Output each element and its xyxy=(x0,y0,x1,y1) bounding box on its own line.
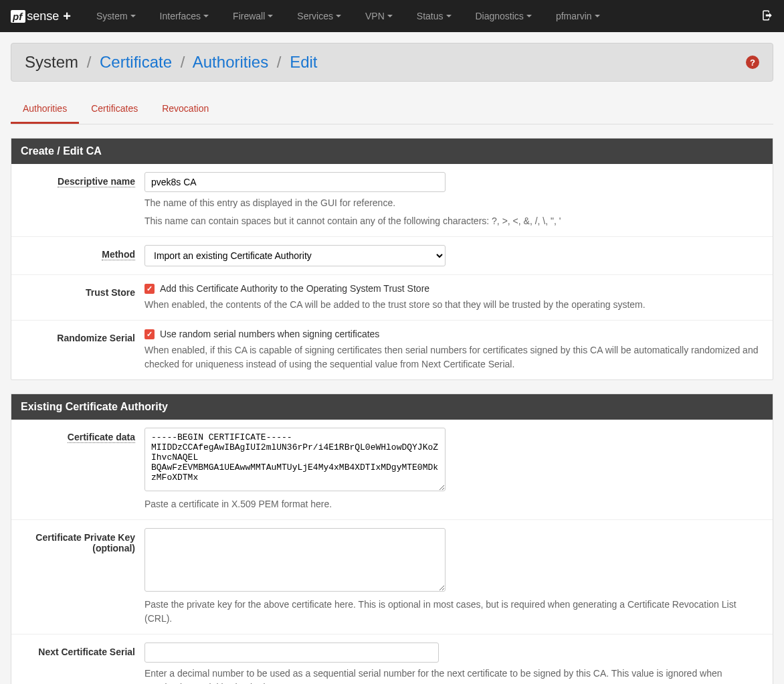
tab-revocation[interactable]: Revocation xyxy=(150,95,221,124)
logo-main: sense xyxy=(27,9,59,23)
logo-suffix: + xyxy=(63,9,71,24)
help-serial: Enter a decimal number to be used as a s… xyxy=(144,667,763,684)
tab-authorities[interactable]: Authorities xyxy=(11,95,79,124)
logo[interactable]: pf sense + xyxy=(11,9,71,24)
trust-store-checkbox[interactable]: ✓ xyxy=(144,284,155,294)
help-rand: When enabled, if this CA is capable of s… xyxy=(144,343,763,371)
tabs: Authorities Certificates Revocation xyxy=(11,95,773,124)
breadcrumb-edit[interactable]: Edit xyxy=(290,53,317,71)
top-navbar: pf sense + System Interfaces Firewall Se… xyxy=(0,0,784,32)
nav-item-user[interactable]: pfmarvin xyxy=(544,1,612,31)
nav-item-services[interactable]: Services xyxy=(285,1,353,31)
panel-header-existing: Existing Certificate Authority xyxy=(11,394,773,420)
help-trust: When enabled, the contents of the CA wil… xyxy=(144,298,763,312)
nav-item-status[interactable]: Status xyxy=(405,1,464,31)
randomize-serial-check-label: Use random serial numbers when signing c… xyxy=(160,329,379,339)
label-private-key: Certificate Private Key (optional) xyxy=(21,528,144,626)
help-icon[interactable]: ? xyxy=(746,56,759,69)
label-randomize-serial: Randomize Serial xyxy=(21,329,144,371)
breadcrumb-certificate[interactable]: Certificate xyxy=(100,53,172,71)
private-key-textarea[interactable] xyxy=(144,528,446,592)
chevron-down-icon xyxy=(130,15,136,17)
help-cert: Paste a certificate in X.509 PEM format … xyxy=(144,497,763,511)
panel-existing-ca: Existing Certificate Authority Certifica… xyxy=(11,394,773,684)
nav-item-system[interactable]: System xyxy=(84,1,148,31)
certificate-data-textarea[interactable]: -----BEGIN CERTIFICATE----- MIIDDzCCAfeg… xyxy=(144,428,446,491)
trust-store-check-label: Add this Certificate Authority to the Op… xyxy=(160,283,429,294)
label-next-serial: Next Certificate Serial xyxy=(21,643,144,684)
help-desc1: The name of this entry as displayed in t… xyxy=(144,196,763,210)
next-serial-input[interactable] xyxy=(144,643,439,663)
chevron-down-icon xyxy=(268,15,273,17)
panel-create-edit-ca: Create / Edit CA Descriptive name The na… xyxy=(11,138,773,380)
logo-prefix: pf xyxy=(11,10,25,23)
label-method: Method xyxy=(21,245,144,266)
breadcrumb-authorities[interactable]: Authorities xyxy=(193,53,268,71)
chevron-down-icon xyxy=(526,15,532,17)
method-select[interactable]: Import an existing Certificate Authority xyxy=(144,245,446,266)
help-key: Paste the private key for the above cert… xyxy=(144,598,763,626)
breadcrumb-root: System xyxy=(25,53,78,71)
panel-header: Create / Edit CA xyxy=(11,139,773,164)
chevron-down-icon xyxy=(387,15,393,17)
nav-item-vpn[interactable]: VPN xyxy=(353,1,405,31)
chevron-down-icon xyxy=(595,15,600,17)
label-trust-store: Trust Store xyxy=(21,283,144,312)
breadcrumb: System / Certificate / Authorities / Edi… xyxy=(25,53,318,72)
descriptive-name-input[interactable] xyxy=(144,172,446,192)
help-desc2: This name can contain spaces but it cann… xyxy=(144,214,763,228)
chevron-down-icon xyxy=(446,15,452,17)
label-descriptive-name: Descriptive name xyxy=(21,172,144,228)
randomize-serial-checkbox[interactable]: ✓ xyxy=(144,329,155,339)
nav-item-interfaces[interactable]: Interfaces xyxy=(148,1,221,31)
breadcrumb-panel: System / Certificate / Authorities / Edi… xyxy=(11,43,773,82)
tab-certificates[interactable]: Certificates xyxy=(79,95,150,124)
nav-item-firewall[interactable]: Firewall xyxy=(221,1,285,31)
nav-items: System Interfaces Firewall Services VPN … xyxy=(84,1,761,31)
label-certificate-data: Certificate data xyxy=(21,428,144,511)
chevron-down-icon xyxy=(336,15,341,17)
logout-icon[interactable] xyxy=(761,9,773,23)
chevron-down-icon xyxy=(203,15,209,17)
nav-item-diagnostics[interactable]: Diagnostics xyxy=(464,1,544,31)
